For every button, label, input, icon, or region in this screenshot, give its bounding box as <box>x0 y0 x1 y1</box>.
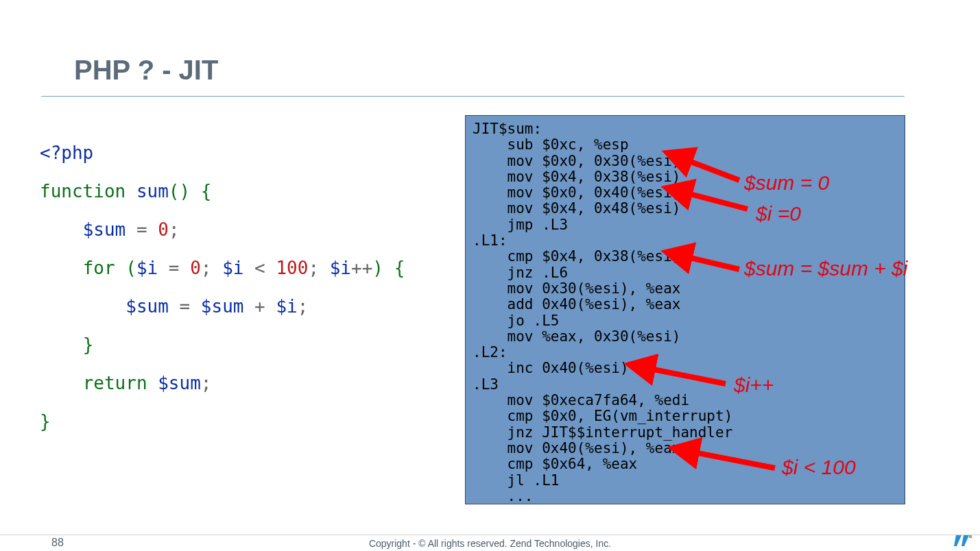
copyright-text: Copyright - © All rights reserved. Zend … <box>0 538 980 549</box>
num-zero: 0 <box>158 219 169 240</box>
svg-marker-1 <box>954 535 961 546</box>
slide-root: PHP ? - JIT <?php function sum() { $sum … <box>0 0 980 551</box>
zend-logo-icon <box>954 533 975 548</box>
kw-for: for <box>83 258 126 278</box>
brace-open: () { <box>169 181 212 201</box>
slide-title: PHP ? - JIT <box>74 55 218 86</box>
php-source-block: <?php function sum() { $sum = 0; for ($i… <box>40 134 405 441</box>
annot-i-lt: $i < 100 <box>782 456 856 479</box>
php-open-tag: <?php <box>40 143 93 163</box>
asm-output-block: JIT$sum: sub $0xc, %esp mov $0x0, 0x30(%… <box>465 115 905 504</box>
svg-rect-3 <box>969 535 972 538</box>
brace-close-outer: } <box>40 411 51 432</box>
title-divider <box>41 96 905 97</box>
annot-i-zero: $i =0 <box>756 202 801 225</box>
annot-sum-add: $sum = $sum + $i <box>744 257 907 280</box>
kw-return: return <box>83 373 158 393</box>
fn-name: sum <box>136 181 169 201</box>
annot-sum-zero: $sum = 0 <box>744 171 829 195</box>
var-sum: $sum <box>83 219 126 240</box>
kw-function: function <box>40 181 136 201</box>
brace-close-inner: } <box>83 334 94 355</box>
svg-marker-2 <box>961 535 969 546</box>
annot-i-inc: $i++ <box>734 374 774 397</box>
